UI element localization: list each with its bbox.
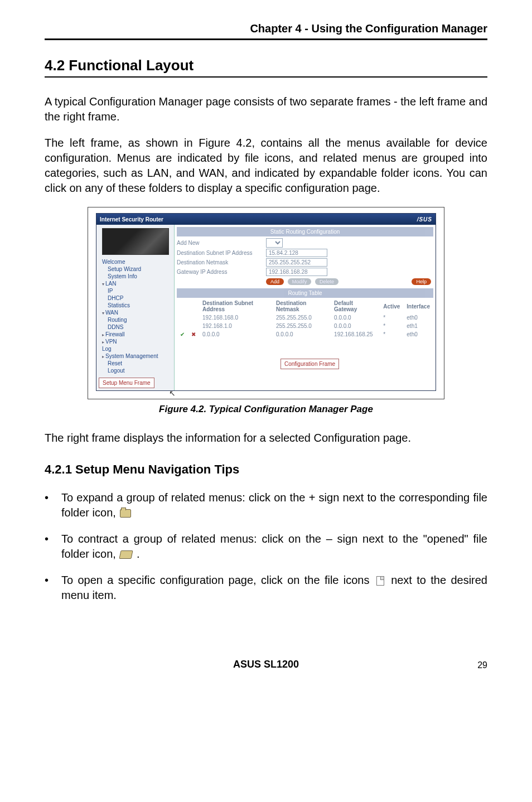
nav-ip[interactable]: IP — [104, 287, 172, 294]
nav-vpn[interactable]: VPN — [99, 338, 172, 345]
nav-ddns[interactable]: DDNS — [104, 323, 172, 331]
window-title: Internet Security Router — [100, 216, 163, 223]
page-footer: ASUS SL1200 29 — [45, 659, 487, 670]
cell: ✖ — [188, 330, 199, 339]
folder-open-icon — [119, 550, 133, 559]
th-blank2 — [188, 299, 199, 313]
add-button[interactable]: Add — [266, 278, 284, 285]
file-icon — [376, 576, 384, 586]
list-item: • To expand a group of related menus: cl… — [45, 490, 487, 520]
gateway-input[interactable]: 192.168.168.28 — [266, 268, 327, 276]
th-blank1 — [177, 299, 188, 313]
cell: 192.168.168.25 — [331, 330, 380, 339]
delete-button[interactable]: Delete — [315, 278, 338, 285]
cell: 0.0.0.0 — [199, 330, 273, 339]
th-dest-netmask: Destination Netmask — [273, 299, 331, 313]
footer-page-number: 29 — [465, 660, 487, 670]
cell: 192.168.168.0 — [199, 313, 273, 322]
dest-subnet-label: Destination Subnet IP Address — [177, 250, 266, 256]
cell: 192.168.1.0 — [199, 322, 273, 330]
subsection-title: 4.2.1 Setup Menu Navigation Tips — [45, 462, 487, 477]
nav-welcome[interactable]: Welcome — [99, 258, 172, 265]
paragraph-2: The left frame, as shown in Figure 4.2, … — [45, 136, 487, 196]
gateway-label: Gateway IP Address — [177, 269, 266, 275]
footer-product: ASUS SL1200 — [67, 659, 465, 670]
device-image — [102, 228, 169, 255]
list-item: • To contract a group of related menus: … — [45, 532, 487, 562]
tips-list: • To expand a group of related menus: cl… — [45, 490, 487, 603]
cell: 255.255.255.0 — [273, 313, 331, 322]
nav-setup-wizard[interactable]: Setup Wizard — [104, 265, 172, 273]
chapter-header: Chapter 4 - Using the Configuration Mana… — [45, 22, 487, 35]
bullet-icon: • — [45, 490, 61, 505]
figure-caption: Figure 4.2. Typical Configuration Manage… — [45, 404, 487, 415]
nav-logout[interactable]: Logout — [104, 367, 172, 374]
nav-lan[interactable]: LAN — [99, 280, 172, 287]
table-row: 192.168.168.0 255.255.255.0 0.0.0.0 * et… — [177, 313, 433, 322]
cell: eth0 — [403, 330, 433, 339]
th-dest-subnet: Destination Subnet Address — [199, 299, 273, 313]
routing-table: Destination Subnet Address Destination N… — [177, 299, 433, 339]
table-row: ✔ ✖ 0.0.0.0 0.0.0.0 192.168.168.25 * eth… — [177, 330, 433, 339]
nav-statistics[interactable]: Statistics — [104, 302, 172, 309]
nav-system-info[interactable]: System Info — [104, 273, 172, 280]
addnew-select[interactable] — [266, 238, 283, 248]
tip-3-text-a: To open a specific configuration page, c… — [61, 574, 374, 586]
nav-dhcp[interactable]: DHCP — [104, 294, 172, 302]
nav-wan[interactable]: WAN — [99, 309, 172, 316]
tip-2-text-b: . — [137, 548, 140, 560]
left-nav-pane: Welcome Setup Wizard System Info LAN IP … — [96, 225, 175, 390]
bullet-icon: • — [45, 573, 61, 588]
dest-netmask-input[interactable]: 255.255.255.252 — [266, 258, 327, 267]
table-header-row: Destination Subnet Address Destination N… — [177, 299, 433, 313]
dest-subnet-input[interactable]: 15.84.2.128 — [266, 249, 327, 257]
cell: * — [380, 330, 403, 339]
app-titlebar: Internet Security Router /SUS — [96, 214, 436, 225]
nav-system-management[interactable]: System Management — [99, 352, 172, 360]
th-active: Active — [380, 299, 403, 313]
cell — [177, 322, 188, 330]
cell: ✔ — [177, 330, 188, 339]
cell — [188, 322, 199, 330]
setup-menu-frame-callout: Setup Menu Frame — [99, 378, 154, 388]
cell: * — [380, 313, 403, 322]
nav-reset[interactable]: Reset — [104, 360, 172, 367]
cell: eth1 — [403, 322, 433, 330]
cursor-icon: ↖ — [169, 389, 176, 398]
brand-logo: /SUS — [417, 216, 432, 223]
list-item: • To open a specific configuration page,… — [45, 573, 487, 603]
banner-routing-table: Routing Table — [177, 288, 433, 298]
addnew-label: Add New — [177, 240, 266, 246]
cell: eth0 — [403, 313, 433, 322]
table-row: 192.168.1.0 255.255.255.0 0.0.0.0 * eth1 — [177, 322, 433, 330]
cell: 0.0.0.0 — [331, 313, 380, 322]
app-window: Internet Security Router /SUS Welcome Se… — [96, 213, 436, 391]
bullet-icon: • — [45, 532, 61, 547]
paragraph-1: A typical Configuration Manager page con… — [45, 94, 487, 124]
th-interface: Interface — [403, 299, 433, 313]
folder-closed-icon — [120, 509, 131, 518]
cell: * — [380, 322, 403, 330]
right-content-pane: Static Routing Configuration Add New Des… — [175, 225, 436, 390]
help-button[interactable]: Help — [412, 278, 431, 285]
configuration-frame-callout: Configuration Frame — [280, 359, 339, 369]
nav-routing[interactable]: Routing — [104, 316, 172, 323]
cell: 0.0.0.0 — [331, 322, 380, 330]
th-default-gateway: Default Gateway — [331, 299, 380, 313]
nav-log[interactable]: Log — [99, 345, 172, 352]
dest-netmask-label: Destination Netmask — [177, 259, 266, 265]
paragraph-3: The right frame displays the information… — [45, 431, 487, 446]
divider-thick — [45, 38, 487, 40]
cell: 255.255.255.0 — [273, 322, 331, 330]
divider-under-title — [45, 76, 487, 78]
cell — [177, 313, 188, 322]
banner-static-routing: Static Routing Configuration — [177, 227, 433, 236]
cell — [188, 313, 199, 322]
modify-button[interactable]: Modify — [288, 278, 312, 285]
button-row: Add Modify Delete Help — [266, 278, 433, 285]
cell: 0.0.0.0 — [273, 330, 331, 339]
nav-firewall[interactable]: Firewall — [99, 331, 172, 338]
section-title: 4.2 Functional Layout — [45, 57, 487, 74]
figure-4-2: Internet Security Router /SUS Welcome Se… — [88, 207, 444, 399]
